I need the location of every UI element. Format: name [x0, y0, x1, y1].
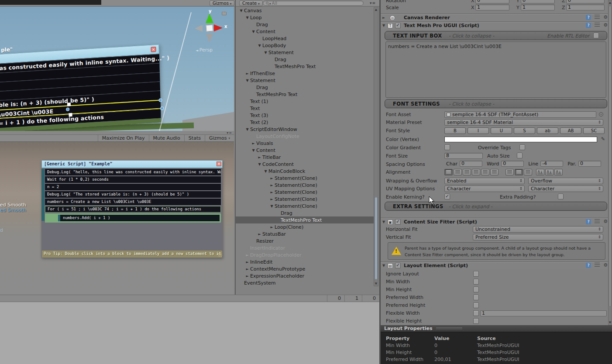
lock-icon[interactable]	[222, 12, 227, 15]
expand-arrow-icon[interactable]: ▼	[257, 162, 262, 166]
preset-icon[interactable]	[595, 263, 600, 268]
rtl-editor-checkbox[interactable]	[593, 33, 599, 38]
layout-element-checkbox[interactable]	[473, 295, 479, 300]
expand-arrow-icon[interactable]: ▼	[263, 51, 268, 55]
game-code-row[interactable]: Wait for (1 * 0,2) seconds	[45, 176, 221, 183]
perspective-label[interactable]: Persp	[196, 47, 213, 53]
expand-arrow-icon[interactable]: ▼	[251, 30, 256, 34]
hierarchy-item[interactable]: Drag	[236, 84, 374, 91]
axis-y-cone-icon[interactable]	[206, 14, 213, 23]
scroll-up-icon[interactable]: ▲	[609, 1, 612, 4]
scene-view[interactable]: ple" × his line was constructed easily w…	[0, 7, 234, 131]
rotation-y-field[interactable]: 0	[521, 0, 555, 3]
scrollbar-thumb[interactable]	[609, 6, 611, 307]
close-icon[interactable]: ×	[151, 47, 156, 52]
layout-properties-header[interactable]: Layout Properties	[381, 325, 612, 332]
override-tags-checkbox[interactable]	[519, 144, 525, 150]
hierarchy-item[interactable]: TextMeshPro Text	[236, 63, 374, 70]
font-style-button[interactable]: S	[514, 127, 535, 134]
game-code-row[interactable]: Debug.Log( "The stored variable is: (n +…	[45, 191, 221, 198]
layout-element-checkbox[interactable]	[473, 302, 479, 308]
help-icon[interactable]: ?	[586, 219, 591, 224]
layout-element-checkbox[interactable]	[473, 318, 479, 324]
alignment-button[interactable]	[505, 169, 514, 175]
eyedropper-icon[interactable]: ✎	[601, 136, 605, 142]
game-code-row[interactable]: For ( i = 51 ; i \u003C 74 ; i = i + 1 )…	[45, 206, 221, 213]
hierarchy-item[interactable]: Text	[236, 105, 374, 112]
hierarchy-item[interactable]: Text (3)	[236, 112, 374, 119]
expand-arrow-icon[interactable]: ▼	[244, 79, 250, 82]
expand-arrow-icon[interactable]: ►	[269, 197, 275, 201]
alignment-button[interactable]: A↓	[545, 169, 554, 175]
hierarchy-item[interactable]: ► DragDropPlaceholder	[236, 251, 374, 258]
scroll-down-icon[interactable]: ▼	[609, 321, 612, 324]
font-size-field[interactable]: 8	[444, 153, 483, 159]
hierarchy-item[interactable]: Text (1)	[236, 98, 374, 105]
spacing-field-input[interactable]: -4	[540, 161, 563, 167]
help-icon[interactable]: ?	[586, 15, 591, 20]
close-icon[interactable]: ×	[217, 161, 221, 166]
font-style-button[interactable]: AB	[560, 127, 581, 134]
hierarchy-item[interactable]: ▼ MainCodeBlock	[236, 168, 374, 175]
panel-menu-icon[interactable]: ▾≡	[227, 131, 232, 135]
color-swatch[interactable]	[444, 137, 597, 142]
tmp-component-header[interactable]: ▼ T Text Mesh Pro UGUI (Script) ? ⚙	[381, 21, 612, 29]
gear-icon[interactable]: ⚙	[603, 15, 608, 20]
game-code-row[interactable]: n = 2	[45, 184, 221, 190]
foldout-open-icon[interactable]: ▼	[382, 264, 385, 268]
help-icon[interactable]: ?	[586, 263, 591, 268]
hierarchy-item[interactable]: ► Statement(Clone)	[236, 189, 374, 196]
hierarchy-item[interactable]: ► IfThenElse	[236, 70, 374, 77]
extra-padding-checkbox[interactable]	[558, 194, 564, 199]
uv-mapping-dropdown-a[interactable]: Character	[444, 185, 525, 192]
game-toolbar-button[interactable]: Mute Audio	[149, 135, 184, 141]
axis-x-cone-icon[interactable]	[214, 24, 223, 31]
hierarchy-item[interactable]: ► InlineEdit	[236, 258, 374, 265]
hierarchy-item[interactable]: ▼ Statement	[236, 77, 374, 84]
scene-3d-code-window[interactable]: × his line was constructed easily with i…	[0, 44, 161, 131]
alignment-button[interactable]	[524, 169, 532, 175]
tmp-text-input[interactable]: numbers = Create a new List \u003Cint \u…	[385, 41, 606, 98]
expand-arrow-icon[interactable]: ►	[269, 176, 275, 180]
expand-arrow-icon[interactable]: ►	[269, 183, 275, 187]
preset-icon[interactable]	[595, 219, 600, 224]
hierarchy-item[interactable]: ► ContextMenuPrototype	[236, 265, 374, 272]
expand-arrow-icon[interactable]: ►	[244, 253, 250, 257]
alignment-button[interactable]	[515, 169, 523, 175]
uv-mapping-dropdown-b[interactable]: Character	[528, 185, 603, 192]
layout-element-value-field[interactable]: 1	[480, 310, 607, 316]
axis-cone-icon[interactable]	[206, 34, 213, 42]
hierarchy-item[interactable]: Text (2)	[236, 119, 374, 126]
alignment-button[interactable]	[454, 169, 462, 175]
text-input-box-bar[interactable]: TEXT INPUT BOX - Click to collapse - Ena…	[385, 31, 607, 40]
anchor-square[interactable]	[69, 113, 72, 117]
preset-icon[interactable]	[595, 23, 600, 28]
game-code-row[interactable]: numbers = Create a new List \u003Cint \u…	[45, 199, 221, 205]
enable-kerning-checkbox[interactable]	[444, 194, 450, 199]
font-settings-bar[interactable]: FONT SETTINGS - Click to collapse -	[385, 99, 607, 108]
anchor-square[interactable]	[67, 103, 71, 106]
hierarchy-item[interactable]: LoopHead	[236, 35, 374, 42]
spacing-field-input[interactable]: 0	[460, 161, 482, 167]
hierarchy-item[interactable]: ► Statement(Clone)	[236, 196, 374, 203]
expand-arrow-icon[interactable]: ▼	[251, 148, 256, 152]
gear-icon[interactable]: ⚙	[603, 23, 608, 28]
overflow-dropdown[interactable]: Overflow	[528, 178, 603, 184]
extra-settings-bar[interactable]: EXTRA SETTINGS - Click to expand -	[385, 202, 607, 211]
layout-element-checkbox[interactable]	[473, 271, 479, 277]
game-code-row[interactable]: numbers.Add( i + 1 )	[45, 213, 221, 223]
layout-element-header[interactable]: ▼ ▤ Layout Element (Script) ? ⚙	[381, 261, 612, 269]
component-enabled-checkbox[interactable]	[395, 23, 401, 28]
foldout-closed-icon[interactable]: ►	[382, 16, 385, 20]
hierarchy-item[interactable]: ▼ Content	[236, 28, 374, 35]
font-style-button[interactable]: U	[491, 127, 512, 134]
hierarchy-item[interactable]: ► Statement(Clone)	[236, 182, 374, 189]
hierarchy-item[interactable]: ► ExpressionPlaceholder	[236, 272, 374, 279]
rect-handle[interactable]	[160, 106, 164, 110]
scroll-up-icon[interactable]: ▲	[374, 8, 378, 11]
rotation-x-field[interactable]: 0	[475, 0, 509, 3]
expand-arrow-icon[interactable]: ►	[251, 141, 256, 145]
scale-y-field[interactable]: 1	[521, 4, 555, 10]
hierarchy-scrollbar[interactable]: ▲ ▼	[374, 7, 378, 286]
alignment-button[interactable]	[481, 169, 489, 175]
